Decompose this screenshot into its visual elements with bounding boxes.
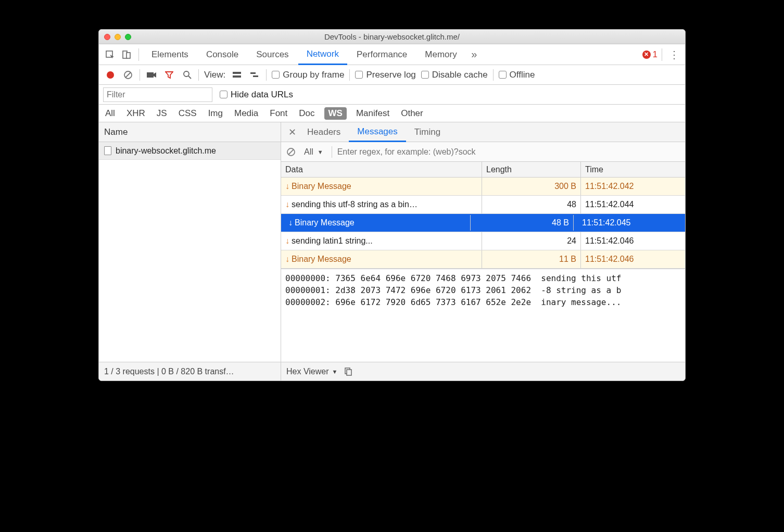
type-all[interactable]: All [103,107,117,120]
detail-tab-headers[interactable]: Headers [299,122,349,142]
message-time: 11:51:42.045 [578,215,682,231]
separator [266,69,267,81]
svg-point-6 [184,71,189,77]
type-js[interactable]: JS [155,107,169,120]
svg-rect-15 [347,370,351,375]
svg-line-13 [288,149,294,155]
tab-memory[interactable]: Memory [416,44,465,65]
arrow-down-icon: ↓ [285,255,289,264]
col-header-data[interactable]: Data [281,162,482,177]
message-length: 24 [482,232,581,250]
clear-messages-icon[interactable] [286,147,296,157]
waterfall-icon[interactable] [248,69,261,81]
message-data: Binary Message [292,182,351,191]
filter-icon[interactable] [163,69,175,81]
type-filter-row: All XHR JS CSS Img Media Font Doc WS Man… [99,105,685,122]
separator [138,48,139,61]
type-xhr[interactable]: XHR [124,107,147,120]
offline-label: Offline [510,70,535,80]
message-time: 11:51:42.046 [581,250,685,268]
message-row[interactable]: ↓sending this utf-8 string as a bin…4811… [281,196,685,214]
hide-data-urls-checkbox[interactable]: Hide data URLs [220,90,293,100]
hex-viewer-select[interactable]: Hex Viewer ▼ [286,367,337,376]
col-header-time[interactable]: Time [581,162,685,177]
svg-rect-9 [233,75,241,78]
document-icon [104,146,111,155]
large-rows-icon[interactable] [231,69,243,81]
hex-viewer[interactable]: 00000000: 7365 6e64 696e 6720 7468 6973 … [281,269,685,362]
separator [662,48,662,61]
separator [332,146,332,158]
svg-rect-10 [250,72,256,74]
tab-performance[interactable]: Performance [348,44,415,65]
type-doc[interactable]: Doc [297,107,317,120]
message-data: Binary Message [295,218,355,227]
copy-icon[interactable] [344,368,352,376]
search-icon[interactable] [181,69,193,81]
message-row[interactable]: ↓sending latin1 string...2411:51:42.046 [281,232,685,250]
detail-tab-timing[interactable]: Timing [406,122,449,142]
device-toolbar-icon[interactable] [119,47,134,62]
type-img[interactable]: Img [206,107,225,120]
name-column-header[interactable]: Name [99,122,281,142]
type-other[interactable]: Other [399,107,425,120]
tab-elements[interactable]: Elements [143,44,197,65]
col-header-length[interactable]: Length [482,162,581,177]
type-media[interactable]: Media [232,107,260,120]
disable-cache-checkbox[interactable]: Disable cache [421,70,488,80]
message-length: 48 B [475,215,574,231]
message-length: 48 [482,196,581,213]
type-manifest[interactable]: Manifest [354,107,391,120]
svg-line-7 [188,76,191,79]
type-css[interactable]: CSS [176,107,199,120]
view-label: View: [204,70,225,80]
traffic-lights [104,34,131,40]
chevron-down-icon: ▼ [332,369,338,375]
minimize-window-button[interactable] [115,34,121,40]
svg-rect-2 [127,53,130,58]
request-list-pane: Name binary-websocket.glitch.me [99,122,281,362]
close-detail-icon[interactable]: ✕ [285,126,299,138]
message-row[interactable]: ↓Binary Message300 B11:51:42.042 [281,178,685,196]
camera-icon[interactable] [145,69,158,81]
request-name-label: binary-websocket.glitch.me [116,146,216,156]
messages-body: ↓Binary Message300 B11:51:42.042↓sending… [281,178,685,269]
group-by-frame-label: Group by frame [283,70,344,80]
tab-console[interactable]: Console [198,44,247,65]
status-bar: 1 / 3 requests | 0 B / 820 B transf… Hex… [99,362,685,381]
filter-row: Hide data URLs [99,85,685,105]
type-font[interactable]: Font [268,107,289,120]
message-row[interactable]: ↓Binary Message48 B11:51:42.045 [281,214,685,232]
request-detail-pane: ✕ Headers Messages Timing All ▼ Data Len… [281,122,685,362]
request-row[interactable]: binary-websocket.glitch.me [99,142,281,160]
preserve-log-checkbox[interactable]: Preserve log [355,70,415,80]
arrow-down-icon: ↓ [285,182,289,191]
close-window-button[interactable] [104,34,110,40]
type-ws[interactable]: WS [324,107,347,120]
separator [493,69,494,81]
filter-input[interactable] [103,87,212,102]
messages-regex-input[interactable] [337,145,680,159]
svg-line-4 [125,72,131,78]
preserve-log-label: Preserve log [366,70,415,80]
message-data: Binary Message [292,255,351,264]
offline-checkbox[interactable]: Offline [499,70,535,80]
record-button[interactable] [104,69,117,81]
svg-rect-5 [147,72,154,78]
detail-tab-messages[interactable]: Messages [349,123,406,142]
message-row[interactable]: ↓Binary Message11 B11:51:42.046 [281,250,685,269]
messages-toolbar: All ▼ [281,142,685,162]
tab-sources[interactable]: Sources [248,44,297,65]
kebab-menu-icon[interactable]: ⋮ [666,47,682,62]
error-counter[interactable]: ✕ 1 [642,49,657,60]
zoom-window-button[interactable] [125,34,131,40]
group-by-frame-checkbox[interactable]: Group by frame [272,70,344,80]
messages-filter-select[interactable]: All ▼ [301,146,326,158]
message-length: 11 B [482,250,581,268]
panel-tab-strip: Elements Console Sources Network Perform… [99,44,685,65]
clear-icon[interactable] [122,69,134,81]
svg-rect-11 [253,75,258,77]
inspect-element-icon[interactable] [102,47,118,62]
more-tabs-icon[interactable]: » [466,47,482,62]
tab-network[interactable]: Network [298,45,347,65]
